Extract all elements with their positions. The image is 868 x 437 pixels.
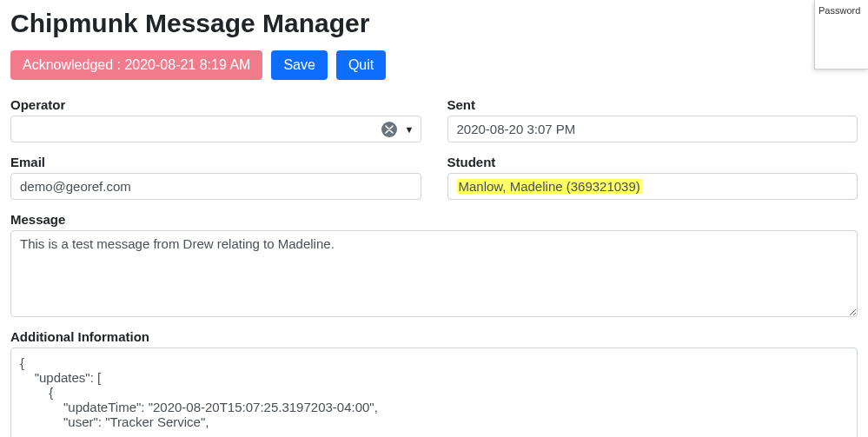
message-label: Message <box>10 212 858 227</box>
student-label: Student <box>447 155 858 169</box>
quit-button[interactable]: Quit <box>336 50 386 80</box>
email-input[interactable] <box>10 173 421 200</box>
caret-down-icon[interactable]: ▼ <box>405 124 414 135</box>
password-popup-label: Password <box>818 5 860 16</box>
acknowledged-button[interactable]: Acknowledged : 2020-08-21 8:19 AM <box>10 50 262 80</box>
clear-icon[interactable] <box>381 122 397 137</box>
save-button[interactable]: Save <box>271 50 327 80</box>
additional-label: Additional Information <box>10 329 858 344</box>
page-title: Chipmunk Message Manager <box>10 9 858 38</box>
student-value-highlight: Manlow, Madeline (369321039) <box>457 179 642 194</box>
sent-input[interactable] <box>447 116 858 142</box>
email-label: Email <box>10 155 421 169</box>
action-button-row: Acknowledged : 2020-08-21 8:19 AM Save Q… <box>10 50 858 80</box>
student-input[interactable]: Manlow, Madeline (369321039) <box>447 173 858 200</box>
additional-info-box[interactable]: { "updates": [ { "updateTime": "2020-08-… <box>10 348 858 437</box>
operator-input[interactable] <box>10 116 421 142</box>
password-autofill-popup[interactable]: Password <box>814 0 868 70</box>
sent-label: Sent <box>447 97 858 112</box>
message-textarea[interactable] <box>10 230 858 317</box>
operator-label: Operator <box>10 97 421 112</box>
